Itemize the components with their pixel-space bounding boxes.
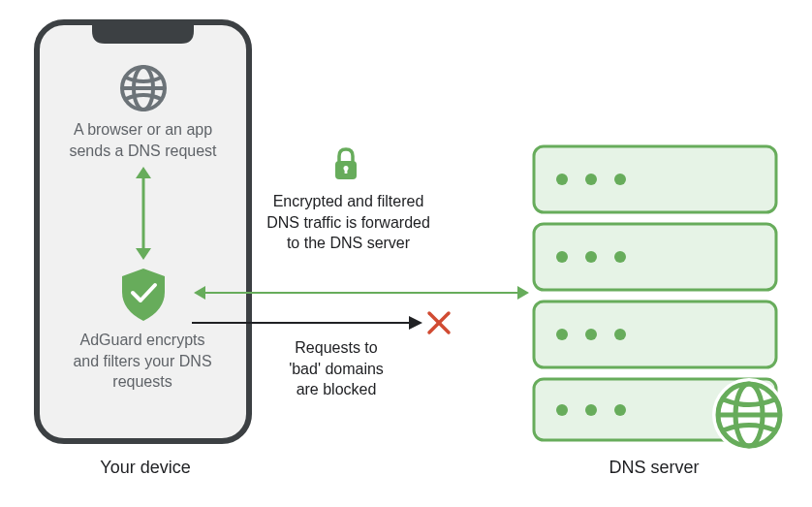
server-caption: DNS server — [562, 458, 746, 478]
shield-check-icon — [118, 267, 169, 323]
svg-rect-20 — [534, 301, 776, 367]
svg-rect-12 — [534, 146, 776, 212]
svg-point-25 — [556, 404, 568, 416]
svg-point-14 — [585, 174, 597, 185]
encrypted-arrow — [192, 283, 531, 302]
svg-rect-7 — [345, 169, 348, 174]
vertical-arrow — [133, 165, 154, 262]
svg-point-15 — [614, 174, 626, 185]
svg-rect-16 — [534, 224, 776, 290]
svg-point-21 — [556, 329, 568, 340]
svg-point-13 — [556, 174, 568, 185]
svg-point-22 — [585, 329, 597, 340]
browser-text: A browser or an app sends a DNS request — [53, 119, 233, 161]
svg-point-17 — [556, 251, 568, 263]
svg-point-23 — [614, 329, 626, 340]
svg-point-26 — [585, 404, 597, 416]
adguard-text: AdGuard encrypts and filters your DNS re… — [55, 330, 230, 393]
globe-icon — [118, 63, 169, 113]
phone-caption: Your device — [92, 458, 199, 478]
svg-point-18 — [585, 251, 597, 263]
svg-point-27 — [614, 404, 626, 416]
blocked-text: Requests to 'bad' domains are blocked — [273, 337, 399, 400]
blocked-arrow — [192, 315, 424, 331]
svg-point-19 — [614, 251, 626, 263]
encrypted-text: Encrypted and filtered DNS traffic is fo… — [264, 191, 433, 254]
lock-icon — [332, 147, 359, 181]
blocked-x-icon — [426, 310, 452, 335]
server-globe-icon — [710, 376, 788, 454]
